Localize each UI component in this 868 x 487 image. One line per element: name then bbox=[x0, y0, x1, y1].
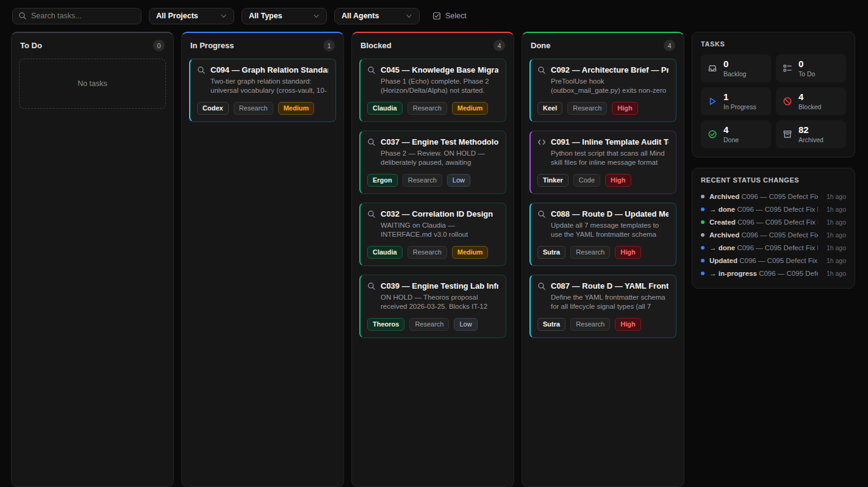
column-title: Blocked bbox=[360, 41, 392, 50]
card-description: ON HOLD — Theoros proposal received 2026… bbox=[381, 293, 498, 312]
column-count-badge: 0 bbox=[153, 40, 165, 51]
recent-status-text: Archived C096 — C095 Defect Fix Pass bbox=[709, 193, 818, 200]
column-title: Done bbox=[531, 41, 551, 50]
stat-backlog[interactable]: 0Backlog bbox=[701, 54, 771, 82]
search-icon bbox=[197, 66, 206, 74]
chevron-down-icon bbox=[406, 13, 412, 20]
card-description: Define the YAML frontmatter schema for a… bbox=[551, 293, 669, 312]
stat-value: 4 bbox=[723, 125, 739, 135]
column-body: C094 — Graph Relation Standard ...Two-ti… bbox=[182, 57, 343, 129]
recent-status-item[interactable]: Archived C096 — C095 Defect Fix Pass1h a… bbox=[701, 190, 846, 203]
card-title: C039 — Engine Testing Lab Infrastr... bbox=[381, 281, 498, 290]
recent-status-item[interactable]: Archived C096 — C095 Defect Fix Pass1h a… bbox=[701, 228, 846, 241]
tag-research: Research bbox=[570, 318, 610, 331]
filter-dropdown-label: All Types bbox=[249, 12, 282, 20]
card-description: Two-tier graph relation standard: univer… bbox=[210, 77, 328, 96]
recent-status-list: Archived C096 — C095 Defect Fix Pass1h a… bbox=[701, 190, 846, 280]
card-header: C039 — Engine Testing Lab Infrastr... bbox=[367, 281, 498, 290]
recent-status-item[interactable]: Updated C096 — C095 Defect Fix Pass1h ag… bbox=[701, 254, 846, 267]
tag-tinker: Tinker bbox=[537, 174, 569, 187]
card-title: C088 — Route D — Updated Messa... bbox=[551, 209, 669, 218]
tag-research: Research bbox=[407, 102, 447, 115]
recent-status-panel: RECENT STATUS CHANGES Archived C096 — C0… bbox=[692, 168, 855, 289]
stat-to-do[interactable]: 0To Do bbox=[776, 54, 846, 82]
tag-high: High bbox=[605, 174, 631, 187]
card-header: C091 — Inline Template Audit Test f... bbox=[537, 137, 669, 146]
search-icon bbox=[367, 210, 376, 218]
chevron-down-icon bbox=[313, 13, 320, 20]
card-description: Phase 1 (Echo) complete. Phase 2 (Horizo… bbox=[381, 77, 498, 96]
card-title: C094 — Graph Relation Standard ... bbox=[210, 65, 328, 74]
card-tags: SutraResearchHigh bbox=[537, 246, 669, 259]
status-action: Updated bbox=[709, 257, 737, 264]
task-card[interactable]: C032 — Correlation ID DesignWAITING on C… bbox=[359, 203, 506, 266]
recent-status-item[interactable]: → in-progress C096 — C095 Defect Fix Pas… bbox=[701, 267, 846, 280]
recent-status-item[interactable]: → done C096 — C095 Defect Fix Pass1h ago bbox=[701, 241, 846, 254]
stat-label: Archived bbox=[798, 136, 823, 143]
column-header: Blocked4 bbox=[352, 33, 514, 57]
tag-medium: Medium bbox=[452, 246, 489, 259]
task-card[interactable]: C087 — Route D — YAML Frontmat...Define … bbox=[529, 275, 676, 338]
blocked-icon bbox=[783, 96, 792, 106]
filter-dropdown-agents[interactable]: All Agents bbox=[334, 8, 420, 24]
tag-research: Research bbox=[570, 246, 610, 259]
search-icon bbox=[367, 282, 376, 290]
play-icon bbox=[708, 96, 717, 106]
kanban-board: To Do0No tasksIn Progress1C094 — Graph R… bbox=[0, 32, 868, 487]
card-description: PreToolUse hook (outbox_mail_gate.py) ex… bbox=[551, 77, 669, 96]
card-title: C087 — Route D — YAML Frontmat... bbox=[551, 281, 669, 290]
stat-value: 4 bbox=[798, 92, 821, 103]
status-action: Created bbox=[709, 218, 736, 226]
task-card[interactable]: C088 — Route D — Updated Messa...Update … bbox=[529, 203, 676, 266]
stat-archived[interactable]: 82Archived bbox=[776, 120, 846, 148]
recent-status-text: Archived C096 — C095 Defect Fix Pass bbox=[709, 231, 818, 239]
status-action: → done bbox=[709, 244, 735, 251]
tag-codex: Codex bbox=[197, 102, 229, 115]
search-icon bbox=[367, 66, 376, 74]
recent-status-item[interactable]: → done C096 — C095 Defect Fix Pass1h ago bbox=[701, 203, 846, 215]
card-title: C091 — Inline Template Audit Test f... bbox=[551, 137, 669, 146]
status-timestamp: 1h ago bbox=[827, 257, 846, 264]
right-sidebar: TASKS 0Backlog0To Do1In Progress4Blocked… bbox=[692, 32, 855, 487]
task-card[interactable]: C091 — Inline Template Audit Test f...Py… bbox=[529, 131, 676, 194]
checkbox-icon bbox=[432, 12, 441, 20]
tag-code: Code bbox=[573, 174, 600, 187]
task-card[interactable]: C094 — Graph Relation Standard ...Two-ti… bbox=[189, 59, 336, 122]
filter-dropdown-types[interactable]: All Types bbox=[242, 8, 327, 24]
filter-dropdown-projects[interactable]: All Projects bbox=[149, 8, 234, 24]
column-count-badge: 4 bbox=[493, 40, 505, 51]
card-tags: TinkerCodeHigh bbox=[537, 174, 669, 187]
status-task-title: C096 — C095 Defect Fix Pass bbox=[759, 270, 818, 277]
stat-in-progress[interactable]: 1In Progress bbox=[701, 87, 771, 115]
stat-blocked[interactable]: 4Blocked bbox=[776, 87, 846, 115]
stat-label: Blocked bbox=[798, 103, 821, 110]
card-tags: TheorosResearchLow bbox=[367, 318, 498, 331]
stat-value: 0 bbox=[798, 59, 815, 70]
column-header: In Progress1 bbox=[182, 33, 343, 57]
tag-research: Research bbox=[409, 318, 449, 331]
card-header: C092 — Architecture Brief — PreTo... bbox=[537, 65, 669, 74]
column-in-progress: In Progress1C094 — Graph Relation Standa… bbox=[181, 32, 344, 487]
stat-done[interactable]: 4Done bbox=[701, 120, 771, 148]
task-card[interactable]: C045 — Knowledge Base MigrationPhase 1 (… bbox=[359, 59, 506, 122]
tag-sutra: Sutra bbox=[537, 246, 565, 259]
recent-status-item[interactable]: Created C096 — C095 Defect Fix Pass1h ag… bbox=[701, 215, 846, 228]
card-header: C094 — Graph Relation Standard ... bbox=[197, 65, 328, 74]
stat-label: In Progress bbox=[723, 103, 756, 110]
task-card[interactable]: C037 — Engine Test Methodology ...Phase … bbox=[359, 131, 506, 194]
status-action: Archived bbox=[709, 231, 739, 239]
select-button[interactable]: Select bbox=[432, 12, 467, 20]
card-title: C092 — Architecture Brief — PreTo... bbox=[551, 65, 669, 74]
search-box[interactable] bbox=[12, 8, 142, 24]
tag-research: Research bbox=[234, 102, 273, 115]
task-card[interactable]: C039 — Engine Testing Lab Infrastr...ON … bbox=[359, 275, 506, 338]
tasks-summary-panel: TASKS 0Backlog0To Do1In Progress4Blocked… bbox=[692, 32, 855, 157]
tag-low: Low bbox=[454, 318, 477, 331]
status-dot-icon bbox=[701, 246, 705, 250]
topbar: All Projects All Types All Agents Select bbox=[0, 0, 868, 32]
card-tags: SutraResearchHigh bbox=[537, 318, 669, 331]
search-input[interactable] bbox=[31, 12, 135, 20]
task-card[interactable]: C092 — Architecture Brief — PreTo...PreT… bbox=[529, 59, 676, 122]
card-description: Phase 2 — Review. ON HOLD — deliberately… bbox=[381, 149, 498, 168]
card-header: C045 — Knowledge Base Migration bbox=[367, 65, 498, 74]
